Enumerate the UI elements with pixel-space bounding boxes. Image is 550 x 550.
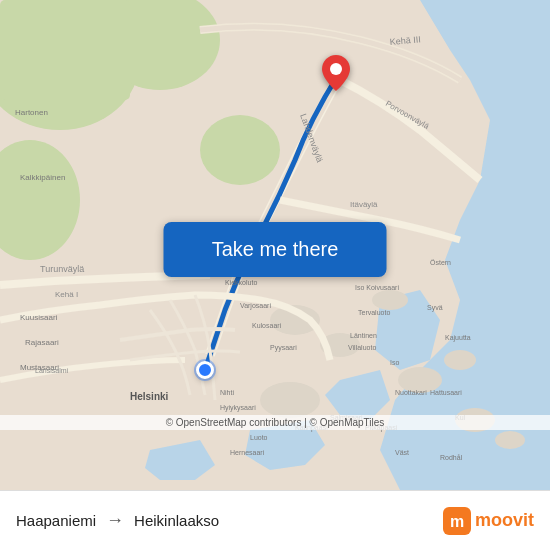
moovit-brand-text: moovit	[475, 510, 534, 531]
svg-point-3	[372, 290, 408, 310]
svg-text:Hernesaari: Hernesaari	[230, 449, 265, 456]
svg-text:Nuottakari: Nuottakari	[395, 389, 427, 396]
svg-text:Rajasaari: Rajasaari	[25, 338, 59, 347]
map-attribution: © OpenStreetMap contributors | © OpenMap…	[0, 415, 550, 430]
take-me-there-button[interactable]: Take me there	[164, 222, 387, 277]
svg-text:m: m	[450, 513, 464, 530]
svg-text:Tervaluoto: Tervaluoto	[358, 309, 390, 316]
svg-text:Kajuutta: Kajuutta	[445, 334, 471, 342]
destination-pin	[322, 55, 350, 95]
svg-text:Iso Koivusaari: Iso Koivusaari	[355, 284, 399, 291]
svg-point-53	[330, 63, 342, 75]
svg-point-8	[260, 382, 320, 418]
svg-text:Turunväylä: Turunväylä	[40, 264, 84, 274]
svg-text:Kalkkipäinen: Kalkkipäinen	[20, 173, 65, 182]
svg-text:Varjosaari: Varjosaari	[240, 302, 271, 310]
svg-text:Syvä: Syvä	[427, 304, 443, 312]
map-container: Kehä III Lahdenväylä Porvoonväylä Turunv…	[0, 0, 550, 490]
svg-text:Nihti: Nihti	[220, 389, 234, 396]
svg-text:Kehä I: Kehä I	[55, 290, 78, 299]
moovit-icon: m	[443, 507, 471, 535]
svg-rect-13	[0, 0, 130, 100]
route-from: Haapaniemi	[16, 512, 96, 529]
svg-text:Kuusisaari: Kuusisaari	[20, 313, 58, 322]
svg-text:Luoto: Luoto	[250, 434, 268, 441]
svg-point-7	[495, 431, 525, 449]
svg-text:Hattusaari: Hattusaari	[430, 389, 462, 396]
svg-text:Väst: Väst	[395, 449, 409, 456]
svg-text:Läntinen: Läntinen	[350, 332, 377, 339]
svg-text:Villaluoto: Villaluoto	[348, 344, 376, 351]
svg-text:Kulosaari: Kulosaari	[252, 322, 282, 329]
svg-point-5	[444, 350, 476, 370]
svg-text:Rodhål: Rodhål	[440, 454, 463, 461]
svg-text:Itäväylä: Itäväylä	[350, 200, 378, 209]
svg-text:Mustasaari: Mustasaari	[20, 363, 59, 372]
svg-text:Östern: Östern	[430, 259, 451, 266]
svg-text:Pyysaari: Pyysaari	[270, 344, 297, 352]
svg-text:Kiekkoluto: Kiekkoluto	[225, 279, 257, 286]
route-arrow-icon: →	[106, 510, 124, 531]
moovit-logo: m moovit	[443, 507, 534, 535]
bottom-bar: Haapaniemi → Heikinlaakso m moovit	[0, 490, 550, 550]
svg-point-12	[200, 115, 280, 185]
svg-text:Helsinki: Helsinki	[130, 391, 169, 402]
svg-text:Iso: Iso	[390, 359, 399, 366]
svg-text:Hartonen: Hartonen	[15, 108, 48, 117]
route-to: Heikinlaakso	[134, 512, 219, 529]
origin-location-dot	[196, 361, 214, 379]
svg-text:Hyiykysaari: Hyiykysaari	[220, 404, 256, 412]
